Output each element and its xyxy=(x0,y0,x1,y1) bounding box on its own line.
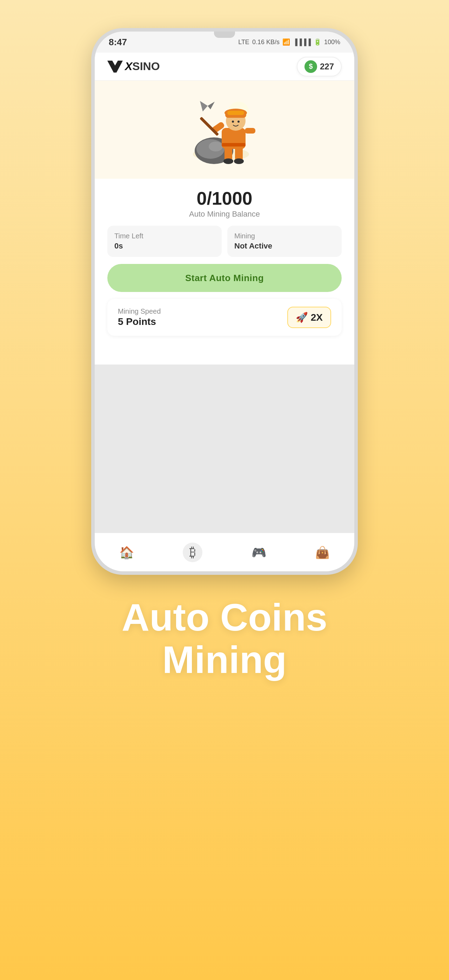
mining-status: Not Active xyxy=(234,242,335,251)
nav-item-wallet[interactable]: 👜 xyxy=(308,542,337,563)
boost-badge[interactable]: 🚀 2X xyxy=(287,307,331,328)
rocket-icon: 🚀 xyxy=(296,312,308,323)
footer-line2: Mining xyxy=(122,638,328,681)
nav-item-mining[interactable]: ₿ xyxy=(176,539,209,566)
status-icons: LTE 0.16 KB/s 📶 ▐▐▐▐ 🔋 100% xyxy=(238,38,340,46)
logo-x-icon xyxy=(107,60,123,73)
logo-text: XSINO xyxy=(125,60,160,73)
footer-line1: Auto Coins xyxy=(122,596,328,638)
signal-icon: ▐▐▐▐ xyxy=(293,38,311,46)
network-speed: 0.16 KB/s xyxy=(252,38,280,46)
home-icon: 🏠 xyxy=(119,546,134,559)
time-left-value: 0s xyxy=(114,242,215,251)
battery-icon: 🔋 xyxy=(313,38,321,46)
balance-label: Auto Mining Balance xyxy=(107,210,342,219)
bottom-nav: 🏠 ₿ 🎮 👜 xyxy=(95,533,354,571)
phone-frame: 8:47 LTE 0.16 KB/s 📶 ▐▐▐▐ 🔋 100% XSINO xyxy=(91,28,358,575)
miner-svg xyxy=(189,91,260,168)
svg-point-4 xyxy=(209,142,223,151)
speed-card: Mining Speed 5 Points 🚀 2X xyxy=(107,299,342,336)
notch xyxy=(214,32,235,38)
start-mining-button[interactable]: Start Auto Mining xyxy=(107,264,342,292)
balance-number: 0/1000 xyxy=(107,189,342,207)
status-time: 8:47 xyxy=(109,37,127,48)
mining-illustration xyxy=(95,81,354,179)
dollar-icon: $ xyxy=(305,60,317,73)
app-header: XSINO $ 227 xyxy=(95,52,354,81)
battery-percent: 100% xyxy=(324,38,340,46)
time-left-card: Time Left 0s xyxy=(107,226,222,257)
balance-badge: $ 227 xyxy=(297,57,342,76)
svg-point-18 xyxy=(232,121,234,123)
svg-rect-13 xyxy=(245,128,256,134)
balance-display: 0/1000 Auto Mining Balance xyxy=(107,189,342,219)
lte-icon: LTE xyxy=(238,38,249,46)
speed-value: 5 Points xyxy=(118,316,161,328)
time-left-label: Time Left xyxy=(114,232,215,240)
empty-area xyxy=(95,364,354,533)
speed-info: Mining Speed 5 Points xyxy=(118,307,161,328)
speed-label: Mining Speed xyxy=(118,307,161,315)
bitcoin-icon: ₿ xyxy=(183,542,202,562)
logo-area: XSINO xyxy=(107,60,160,73)
phone-screen: 8:47 LTE 0.16 KB/s 📶 ▐▐▐▐ 🔋 100% XSINO xyxy=(95,32,354,571)
svg-rect-11 xyxy=(222,143,246,146)
boost-label: 2X xyxy=(311,312,323,323)
svg-point-19 xyxy=(238,121,240,123)
main-content: 0/1000 Auto Mining Balance Time Left 0s … xyxy=(95,179,354,364)
svg-point-9 xyxy=(234,158,244,164)
info-row: Time Left 0s Mining Not Active xyxy=(107,226,342,257)
wifi-icon: 📶 xyxy=(282,38,290,46)
nav-item-home[interactable]: 🏠 xyxy=(112,542,141,563)
wallet-icon: 👜 xyxy=(315,546,330,559)
mining-label: Mining xyxy=(234,232,335,240)
nav-item-games[interactable]: 🎮 xyxy=(244,542,273,563)
header-balance: 227 xyxy=(320,62,334,72)
svg-rect-17 xyxy=(227,111,244,115)
mining-status-card: Mining Not Active xyxy=(227,226,342,257)
footer-text: Auto Coins Mining xyxy=(122,596,328,681)
gamepad-icon: 🎮 xyxy=(251,546,266,559)
svg-marker-0 xyxy=(107,60,123,73)
svg-point-8 xyxy=(224,158,233,164)
